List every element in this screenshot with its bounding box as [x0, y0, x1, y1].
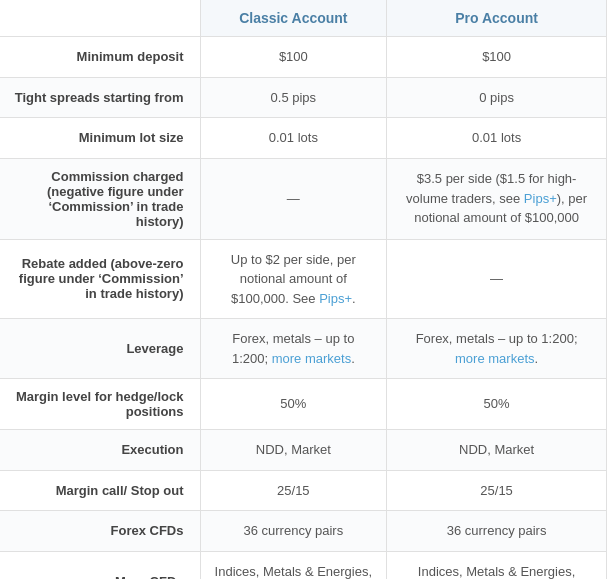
row-label: Execution: [0, 430, 200, 471]
cell-text: Indices, Metals & Energies, Cryptocurren…: [215, 564, 373, 580]
table-row: LeverageForex, metals – up to 1:200; mor…: [0, 319, 607, 379]
row-label: Minimum lot size: [0, 118, 200, 159]
pips-plus-link[interactable]: Pips+: [524, 191, 557, 206]
table-row: Commission charged (negative figure unde…: [0, 158, 607, 239]
row-label: Forex CFDs: [0, 511, 200, 552]
classic-cell: Up to $2 per side, per notional amount o…: [200, 239, 387, 319]
table-row: Margin call/ Stop out25/1525/15: [0, 470, 607, 511]
row-label: Tight spreads starting from: [0, 77, 200, 118]
classic-cell: 50%: [200, 379, 387, 430]
cell-text: Indices, Metals & Energies, Cryptocurren…: [418, 564, 576, 580]
pips-plus-link-2[interactable]: Pips+: [319, 291, 352, 306]
row-label: More CFDs: [0, 551, 200, 579]
classic-cell: $100: [200, 37, 387, 78]
classic-cell: NDD, Market: [200, 430, 387, 471]
cell-text: 36 currency pairs: [447, 523, 547, 538]
pro-cell: 50%: [387, 379, 607, 430]
table-row: Rebate added (above-zero figure under ‘C…: [0, 239, 607, 319]
row-label: Leverage: [0, 319, 200, 379]
pro-cell: NDD, Market: [387, 430, 607, 471]
pro-cell: $3.5 per side ($1.5 for high-volume trad…: [387, 158, 607, 239]
table-row: Tight spreads starting from0.5 pips0 pip…: [0, 77, 607, 118]
cell-text: 50%: [280, 396, 306, 411]
cell-text: 0.01 lots: [472, 130, 521, 145]
cell-text: NDD, Market: [459, 442, 534, 457]
classic-cell: 0.5 pips: [200, 77, 387, 118]
row-label: Margin call/ Stop out: [0, 470, 200, 511]
pro-cell: 0 pips: [387, 77, 607, 118]
more-markets-link-classic[interactable]: more markets: [272, 351, 351, 366]
header-pro: Pro Account: [387, 0, 607, 37]
cell-text: $100: [279, 49, 308, 64]
header-empty: [0, 0, 200, 37]
comparison-table-wrapper: Classic Account Pro Account Minimum depo…: [0, 0, 607, 579]
header-classic: Classic Account: [200, 0, 387, 37]
classic-cell: 36 currency pairs: [200, 511, 387, 552]
classic-cell: 0.01 lots: [200, 118, 387, 159]
pro-cell: Forex, metals – up to 1:200; more market…: [387, 319, 607, 379]
cell-text: 0.5 pips: [271, 90, 317, 105]
classic-cell: —: [200, 158, 387, 239]
row-label: Minimum deposit: [0, 37, 200, 78]
cell-text: NDD, Market: [256, 442, 331, 457]
row-label: Margin level for hedge/lock positions: [0, 379, 200, 430]
table-row: Forex CFDs36 currency pairs36 currency p…: [0, 511, 607, 552]
pro-cell: 0.01 lots: [387, 118, 607, 159]
pro-cell: —: [387, 239, 607, 319]
cell-text: 0.01 lots: [269, 130, 318, 145]
classic-cell: 25/15: [200, 470, 387, 511]
pro-cell: Indices, Metals & Energies, Cryptocurren…: [387, 551, 607, 579]
cell-text: $100: [482, 49, 511, 64]
cell-text: 50%: [484, 396, 510, 411]
table-row: ExecutionNDD, MarketNDD, Market: [0, 430, 607, 471]
pro-cell: 36 currency pairs: [387, 511, 607, 552]
pro-cell: $100: [387, 37, 607, 78]
table-row: More CFDsIndices, Metals & Energies, Cry…: [0, 551, 607, 579]
comparison-table: Classic Account Pro Account Minimum depo…: [0, 0, 607, 579]
cell-text: 36 currency pairs: [243, 523, 343, 538]
cell-text: —: [490, 271, 503, 286]
pro-cell: 25/15: [387, 470, 607, 511]
classic-cell: Forex, metals – up to 1:200; more market…: [200, 319, 387, 379]
cell-text: 25/15: [277, 483, 310, 498]
more-markets-link-pro[interactable]: more markets: [455, 351, 534, 366]
row-label: Commission charged (negative figure unde…: [0, 158, 200, 239]
row-label: Rebate added (above-zero figure under ‘C…: [0, 239, 200, 319]
table-row: Margin level for hedge/lock positions50%…: [0, 379, 607, 430]
cell-text: 0 pips: [479, 90, 514, 105]
table-row: Minimum lot size0.01 lots0.01 lots: [0, 118, 607, 159]
classic-cell: Indices, Metals & Energies, Cryptocurren…: [200, 551, 387, 579]
table-row: Minimum deposit$100$100: [0, 37, 607, 78]
cell-text: —: [287, 191, 300, 206]
cell-text: 25/15: [480, 483, 513, 498]
